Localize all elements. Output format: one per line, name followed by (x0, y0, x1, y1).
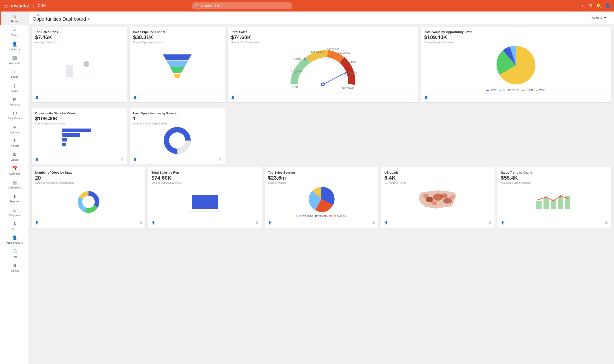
sales-rep-bar (186, 187, 224, 214)
person-icon[interactable]: 👤 (133, 158, 137, 161)
svg-text:$30,000.00: $30,000.00 (311, 51, 323, 53)
grid-icon[interactable]: ⊞ (588, 3, 592, 8)
sidebar-item-products[interactable]: ⊞ Products (0, 94, 28, 108)
sidebar-item-label: Quotes (10, 131, 19, 134)
sidebar-item-adoptions[interactable]: ⚠ Adoptions (0, 205, 28, 219)
person-icon[interactable]: 👤 (35, 96, 39, 99)
search-input[interactable] (201, 4, 289, 8)
table-icon[interactable]: ☰ (489, 221, 491, 224)
card-subtitle: Count of Number of Opportunities (35, 181, 142, 184)
card-value: $74.60K (231, 34, 415, 40)
sidebar-item-home[interactable]: ⌂ Home (0, 12, 28, 25)
card-subtitle: US leads in Period (384, 181, 491, 184)
hamburger-icon[interactable]: ☰ (4, 3, 8, 9)
sidebar-item-reports[interactable]: ▮ Reports (0, 191, 28, 205)
reports-icon: ▮ (13, 194, 16, 199)
person-icon[interactable]: 👤 (133, 96, 137, 99)
bell-icon[interactable]: 🔔 (596, 3, 601, 8)
table-icon[interactable]: ☰ (219, 158, 221, 161)
top-sales-chart (35, 44, 124, 91)
sidebar-item-dashboards[interactable]: ▤ Dashboards (0, 177, 28, 191)
card-title: Total Sales by Rep (152, 171, 259, 174)
sources-legend: United States India China Australia (268, 214, 375, 217)
sidebar-item-label: Products (9, 103, 20, 106)
actions-button[interactable]: Actions ▼ (588, 14, 610, 21)
card-subtitle: Average Sales Size (35, 41, 124, 44)
person-icon[interactable]: 👤 (424, 96, 428, 99)
suspended-color (499, 90, 502, 91)
sidebar-item-tasks[interactable]: ✓ Tasks (0, 25, 28, 39)
sidebar-item-audit[interactable]: 👤 Audit Loggers (0, 233, 28, 247)
quotes-icon: ◈ (13, 124, 16, 130)
card-footer: 👤 ☰ (384, 219, 491, 224)
card-footer: 👤 ☰ (133, 156, 222, 161)
card-total-sales-rep: Total Sales by Rep $74.60K Sum of Opport… (148, 167, 262, 228)
card-subtitle: Number of Lost Opportunities (133, 122, 222, 125)
person-icon[interactable]: 👤 (35, 158, 39, 161)
svg-rect-43 (558, 197, 563, 209)
card-pipeline-funnel: Sales Pipeline Funnel $30.31K Sum of Opp… (130, 27, 225, 102)
person-icon[interactable]: 👤 (384, 221, 388, 224)
table-icon[interactable]: ☰ (139, 221, 142, 224)
svg-rect-41 (544, 198, 549, 209)
table-icon[interactable]: ☰ (605, 221, 608, 224)
sidebar-item-tickets[interactable]: ✖ Tickets (0, 261, 28, 274)
svg-rect-20 (62, 129, 91, 132)
table-icon[interactable]: ☰ (605, 96, 608, 99)
add-icon[interactable]: ＋ (580, 3, 585, 9)
sidebar-item-accounts[interactable]: 🏢 Accounts (0, 53, 28, 67)
legend-india: India (315, 214, 323, 217)
person-icon[interactable]: 👤 (35, 221, 39, 224)
card-title: Top Sales Reps (35, 30, 124, 34)
svg-text:$80,000.00: $80,000.00 (342, 87, 354, 90)
sources-pie (302, 184, 340, 213)
sidebar-item-pricebooks[interactable]: 🏷 Price Books (0, 108, 28, 122)
table-icon[interactable]: ☰ (121, 158, 124, 161)
card-value: $30.31K (133, 34, 222, 40)
sidebar-item-test[interactable]: 📄 Test (0, 247, 28, 261)
svg-point-48 (560, 195, 561, 197)
user-icon[interactable]: 👤 (605, 3, 610, 8)
sidebar-item-leads[interactable]: ↑ Leads (0, 67, 28, 80)
sidebar-item-arr[interactable]: $ ARR (0, 219, 28, 233)
sidebar-item-label: Calendar (9, 172, 20, 175)
dashboards-icon: ▤ (13, 180, 17, 185)
card-subtitle: Sum of Opportunity Value (152, 181, 259, 184)
sidebar-item-contacts[interactable]: 👤 Contacts (0, 39, 28, 53)
card-lost-opp: Lost Opportunities by Reason 1 Number of… (130, 108, 225, 165)
card-total-value: Total Value by Opportunity State $109.40… (421, 27, 611, 102)
top-nav: ☰ insightly | CRM 🔍 ＋ ⊞ 🔔 👤 (0, 0, 614, 12)
person-icon[interactable]: 👤 (268, 221, 272, 224)
sidebar-item-opps[interactable]: ◎ Opps (0, 80, 28, 94)
table-icon[interactable]: ☰ (372, 221, 375, 224)
pipeline-chart (133, 44, 222, 91)
sidebar-item-projects[interactable]: T Projects (0, 136, 28, 150)
actions-caret-icon: ▼ (603, 16, 607, 19)
sidebar-item-label: Home (11, 20, 18, 23)
sidebar-item-label: Audit Loggers (6, 241, 23, 244)
card-value: $7.46K (35, 34, 124, 40)
sidebar-item-label: Tickets (11, 269, 19, 272)
legend-open: OPEN (522, 89, 533, 91)
sidebar-item-quotes[interactable]: ◈ Quotes (0, 122, 28, 136)
table-icon[interactable]: ☰ (256, 221, 258, 224)
person-icon[interactable]: 👤 (231, 96, 235, 99)
lost-color (486, 90, 489, 91)
sidebar-item-emails[interactable]: ✉ Emails (0, 150, 28, 164)
opp-state-chart (35, 125, 124, 154)
sidebar-item-calendar[interactable]: 📅 Calendar (0, 164, 28, 177)
projects-icon: T (13, 138, 16, 143)
person-icon[interactable]: 👤 (501, 221, 504, 224)
person-icon[interactable]: 👤 (152, 221, 155, 224)
search-bar[interactable]: 🔍 (192, 2, 292, 9)
content-header: HOME Opportunities Dashboard ▼ Actions ▼ (29, 12, 614, 24)
card-footer: 👤 ☰ (133, 93, 222, 99)
svg-text:$40,000.00: $40,000.00 (327, 48, 339, 51)
card-title: Total Sales (231, 30, 415, 34)
table-icon[interactable]: ☰ (412, 96, 415, 99)
table-icon[interactable]: ☰ (121, 96, 124, 99)
card-title: Top Sales Sources (268, 171, 375, 174)
svg-point-49 (567, 198, 568, 199)
table-icon[interactable]: ☰ (219, 96, 221, 99)
sidebar-item-label: Reports (10, 200, 19, 203)
